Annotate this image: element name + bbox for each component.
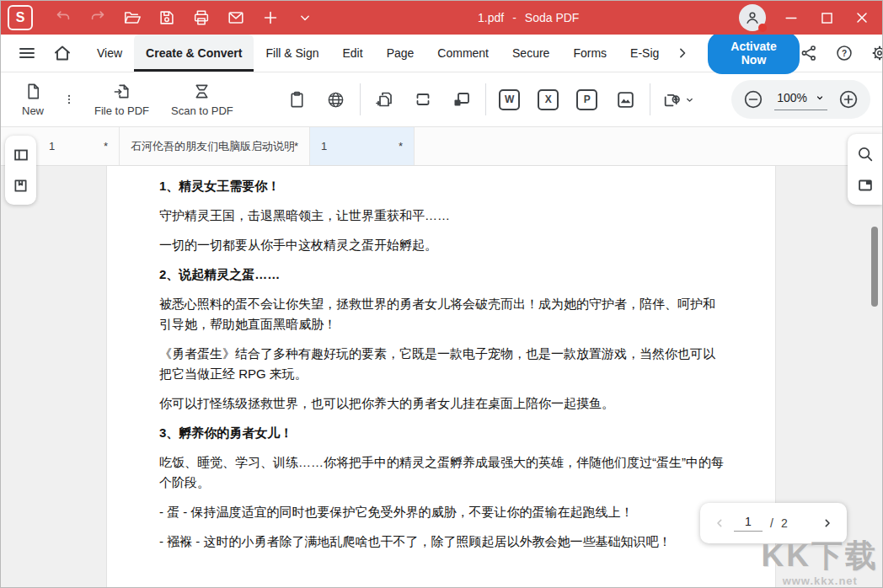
- powerpoint-icon: P: [576, 89, 597, 110]
- menu-bar: View Create & Convert Fill & Sign Edit P…: [1, 35, 882, 72]
- doc-paragraph: 你可以打怪练级拯救世界，也可以把你养大的勇者女儿挂在桌面上陪你一起摸鱼。: [159, 393, 725, 414]
- extract-pages-icon[interactable]: [442, 89, 481, 110]
- excel-icon: X: [538, 89, 559, 110]
- tab-secure[interactable]: Secure: [500, 35, 561, 72]
- more-tabs-chevron-icon[interactable]: [671, 35, 694, 72]
- doc-paragraph: 吃饭、睡觉、学习、训练……你将把手中的精灵之蛋孵养成最强大的英雄，伴随他们度过“…: [159, 452, 725, 493]
- current-page-input[interactable]: [734, 515, 763, 532]
- email-icon[interactable]: [226, 8, 246, 28]
- doc-paragraph: - 蛋 - 保持温度适宜的同时也要保护它免受外界的威胁，不要让你的蛋输在起跑线上…: [159, 502, 725, 522]
- zoom-out-icon[interactable]: [742, 88, 764, 110]
- document-tab-2[interactable]: 石河伦吾的朋友们电脑版启动说明 *: [120, 127, 310, 165]
- create-convert-toolbar: New File to PDF Scan to PDF: [1, 72, 882, 127]
- file-to-pdf-button[interactable]: File to PDF: [83, 82, 160, 117]
- tab-page[interactable]: Page: [375, 35, 426, 72]
- pdf-page[interactable]: 1、精灵女王需要你！ 守护精灵王国，击退黑暗领主，让世界重获和平…… 一切的一切…: [106, 166, 776, 588]
- zoom-controls: 100%: [731, 80, 870, 119]
- doc-paragraph: - 襁褓 - 这时的小勇者除了满地乱爬啥也干不了，除了照顾起居以外教会她一些基础…: [159, 532, 725, 552]
- chevron-down-icon: [815, 93, 825, 103]
- toolbar-divider: [485, 83, 486, 115]
- total-pages: 2: [781, 516, 788, 530]
- pdf-to-image-button[interactable]: [607, 89, 645, 110]
- add-icon[interactable]: [260, 8, 281, 28]
- settings-gear-icon[interactable]: [870, 44, 883, 62]
- share-icon[interactable]: [800, 44, 818, 62]
- help-icon[interactable]: ?: [835, 44, 854, 62]
- document-tab-1[interactable]: 1 *: [38, 127, 120, 165]
- app-window: S: [0, 0, 883, 588]
- document-tab-strip: 1 * 石河伦吾的朋友们电脑版启动说明 * 1 *: [1, 127, 882, 166]
- combine-files-icon[interactable]: [365, 89, 404, 110]
- tab-forms[interactable]: Forms: [561, 35, 618, 72]
- web-to-pdf-globe-icon[interactable]: [317, 90, 356, 110]
- scanner-icon: [192, 82, 211, 101]
- tab-esign[interactable]: E-Sig: [618, 35, 671, 72]
- doc-heading: 1、精灵女王需要你！: [159, 176, 725, 196]
- vertical-scrollbar-thumb[interactable]: [871, 227, 878, 307]
- file-to-pdf-icon: [112, 82, 131, 101]
- open-file-icon[interactable]: [122, 8, 142, 28]
- watermark-title: KK下载: [762, 535, 879, 577]
- hamburger-menu-icon[interactable]: [9, 35, 45, 72]
- doc-paragraph: 一切的一切都要从你手中这枚精灵之蛋开始孵起。: [159, 235, 725, 255]
- doc-heading: 3、孵养你的勇者女儿！: [159, 423, 725, 443]
- tab-create-convert[interactable]: Create & Convert: [134, 35, 254, 72]
- save-icon[interactable]: [157, 8, 177, 28]
- maximize-button[interactable]: [816, 8, 837, 28]
- pdf-to-word-button[interactable]: W: [490, 89, 529, 110]
- toolbar-divider: [650, 83, 650, 115]
- tab-view[interactable]: View: [85, 35, 134, 72]
- convert-page-icon: [661, 89, 682, 110]
- zoom-level-dropdown[interactable]: 100%: [774, 89, 827, 110]
- more-options-kebab-icon[interactable]: [55, 90, 83, 109]
- pdf-to-powerpoint-button[interactable]: P: [568, 89, 607, 110]
- tab-comment[interactable]: Comment: [425, 35, 500, 72]
- bookmarks-panel-icon[interactable]: [12, 177, 29, 195]
- split-document-icon[interactable]: [404, 89, 442, 110]
- search-icon[interactable]: [856, 145, 875, 163]
- close-button[interactable]: [852, 8, 872, 28]
- home-icon[interactable]: [45, 35, 80, 72]
- new-document-button[interactable]: New: [11, 82, 55, 117]
- properties-panel-icon[interactable]: [856, 176, 875, 195]
- svg-text:?: ?: [842, 49, 847, 58]
- zoom-in-icon[interactable]: [838, 88, 859, 110]
- modified-indicator: *: [294, 140, 298, 152]
- notification-badge: [758, 24, 767, 32]
- export-convert-dropdown[interactable]: [655, 89, 702, 110]
- print-icon[interactable]: [191, 8, 211, 28]
- word-icon: W: [499, 89, 520, 110]
- paste-clipboard-icon[interactable]: [278, 90, 317, 110]
- chevron-down-icon: [684, 94, 695, 105]
- title-bar: S: [1, 1, 882, 35]
- doc-paragraph: 被悉心照料的蛋不会让你失望，拯救世界的勇者女儿将会破壳而出！成为她的守护者，陪伴…: [159, 294, 725, 334]
- toolbar-divider: [360, 83, 361, 115]
- doc-paragraph: 守护精灵王国，击退黑暗领主，让世界重获和平……: [159, 206, 725, 226]
- user-avatar[interactable]: [739, 4, 766, 31]
- document-tab-3-active[interactable]: 1 *: [310, 127, 415, 165]
- pages-panel-icon[interactable]: [12, 146, 30, 164]
- right-panel-card: [848, 134, 882, 205]
- page-separator: /: [770, 516, 773, 530]
- new-page-icon: [24, 82, 43, 101]
- redo-icon[interactable]: [88, 8, 108, 28]
- activate-now-button[interactable]: Activate Now: [708, 32, 799, 74]
- modified-indicator: *: [399, 140, 403, 152]
- left-panel-card: [5, 136, 36, 205]
- site-watermark: KK下载 www.kkx.net: [762, 535, 879, 587]
- next-page-icon[interactable]: [821, 516, 834, 530]
- doc-paragraph: 《勇者蛋生》结合了多种有趣好玩的要素，它既是一款电子宠物，也是一款放置游戏，当然…: [159, 344, 725, 384]
- chevron-down-icon[interactable]: [295, 8, 315, 28]
- undo-icon[interactable]: [53, 8, 73, 28]
- previous-page-icon[interactable]: [713, 516, 726, 530]
- doc-heading: 2、说起精灵之蛋……: [159, 265, 725, 285]
- minimize-button[interactable]: [781, 8, 801, 28]
- pdf-page-content: 1、精灵女王需要你！ 守护精灵王国，击退黑暗领主，让世界重获和平…… 一切的一切…: [107, 166, 775, 552]
- tab-edit[interactable]: Edit: [331, 35, 375, 72]
- scan-to-pdf-button[interactable]: Scan to PDF: [160, 82, 244, 117]
- pdf-to-excel-button[interactable]: X: [529, 89, 568, 110]
- tab-fill-sign[interactable]: Fill & Sign: [254, 35, 330, 72]
- soda-pdf-logo: S: [8, 5, 33, 30]
- modified-indicator: *: [104, 140, 108, 152]
- window-title: 1.pdf-Soda PDF: [478, 1, 579, 35]
